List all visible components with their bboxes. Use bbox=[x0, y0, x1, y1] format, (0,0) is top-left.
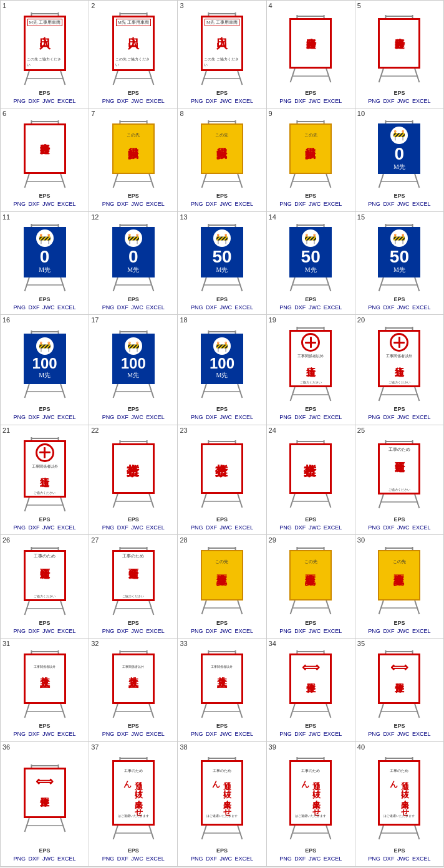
png-link[interactable]: PNG bbox=[191, 856, 203, 862]
jwc-link[interactable]: JWC bbox=[131, 856, 143, 862]
png-link[interactable]: PNG bbox=[191, 628, 203, 634]
dxf-link[interactable]: DXF bbox=[29, 628, 40, 634]
png-link[interactable]: PNG bbox=[191, 304, 203, 311]
dxf-link[interactable]: DXF bbox=[206, 304, 217, 311]
jwc-link[interactable]: JWC bbox=[42, 201, 55, 207]
excel-link[interactable]: EXCEL bbox=[57, 856, 76, 862]
dxf-link[interactable]: DXF bbox=[117, 524, 128, 531]
jwc-link[interactable]: JWC bbox=[309, 414, 321, 420]
dxf-link[interactable]: DXF bbox=[294, 731, 306, 737]
excel-link[interactable]: EXCEL bbox=[324, 628, 342, 634]
excel-link[interactable]: EXCEL bbox=[235, 856, 254, 862]
excel-link[interactable]: EXCEL bbox=[412, 628, 431, 634]
dxf-link[interactable]: DXF bbox=[294, 856, 306, 862]
excel-link[interactable]: EXCEL bbox=[146, 414, 165, 420]
excel-link[interactable]: EXCEL bbox=[146, 98, 165, 104]
dxf-link[interactable]: DXF bbox=[383, 414, 394, 420]
excel-link[interactable]: EXCEL bbox=[57, 414, 76, 420]
dxf-link[interactable]: DXF bbox=[294, 304, 306, 311]
png-link[interactable]: PNG bbox=[14, 628, 26, 634]
dxf-link[interactable]: DXF bbox=[117, 201, 128, 207]
jwc-link[interactable]: JWC bbox=[131, 201, 143, 207]
jwc-link[interactable]: JWC bbox=[220, 524, 233, 531]
jwc-link[interactable]: JWC bbox=[309, 201, 321, 207]
jwc-link[interactable]: JWC bbox=[220, 304, 233, 311]
png-link[interactable]: PNG bbox=[14, 414, 26, 420]
excel-link[interactable]: EXCEL bbox=[235, 98, 254, 104]
dxf-link[interactable]: DXF bbox=[383, 856, 394, 862]
jwc-link[interactable]: JWC bbox=[309, 731, 321, 737]
png-link[interactable]: PNG bbox=[191, 524, 203, 531]
excel-link[interactable]: EXCEL bbox=[412, 731, 431, 737]
excel-link[interactable]: EXCEL bbox=[235, 731, 254, 737]
jwc-link[interactable]: JWC bbox=[131, 731, 143, 737]
dxf-link[interactable]: DXF bbox=[294, 524, 306, 531]
dxf-link[interactable]: DXF bbox=[383, 98, 394, 104]
dxf-link[interactable]: DXF bbox=[29, 731, 40, 737]
jwc-link[interactable]: JWC bbox=[220, 98, 233, 104]
png-link[interactable]: PNG bbox=[14, 856, 26, 862]
excel-link[interactable]: EXCEL bbox=[146, 731, 165, 737]
dxf-link[interactable]: DXF bbox=[206, 98, 217, 104]
excel-link[interactable]: EXCEL bbox=[146, 304, 165, 311]
jwc-link[interactable]: JWC bbox=[220, 628, 233, 634]
excel-link[interactable]: EXCEL bbox=[146, 201, 165, 207]
dxf-link[interactable]: DXF bbox=[383, 731, 394, 737]
jwc-link[interactable]: JWC bbox=[397, 98, 410, 104]
excel-link[interactable]: EXCEL bbox=[235, 524, 254, 531]
excel-link[interactable]: EXCEL bbox=[324, 201, 342, 207]
jwc-link[interactable]: JWC bbox=[42, 524, 55, 531]
excel-link[interactable]: EXCEL bbox=[57, 524, 76, 531]
dxf-link[interactable]: DXF bbox=[29, 201, 40, 207]
dxf-link[interactable]: DXF bbox=[383, 304, 394, 311]
png-link[interactable]: PNG bbox=[368, 856, 380, 862]
excel-link[interactable]: EXCEL bbox=[57, 628, 76, 634]
excel-link[interactable]: EXCEL bbox=[235, 201, 254, 207]
excel-link[interactable]: EXCEL bbox=[324, 524, 342, 531]
png-link[interactable]: PNG bbox=[102, 628, 115, 634]
jwc-link[interactable]: JWC bbox=[220, 201, 233, 207]
jwc-link[interactable]: JWC bbox=[42, 856, 55, 862]
excel-link[interactable]: EXCEL bbox=[412, 98, 431, 104]
excel-link[interactable]: EXCEL bbox=[235, 304, 254, 311]
dxf-link[interactable]: DXF bbox=[29, 414, 40, 420]
png-link[interactable]: PNG bbox=[102, 201, 115, 207]
png-link[interactable]: PNG bbox=[102, 98, 115, 104]
dxf-link[interactable]: DXF bbox=[29, 98, 40, 104]
jwc-link[interactable]: JWC bbox=[397, 856, 410, 862]
dxf-link[interactable]: DXF bbox=[117, 628, 128, 634]
dxf-link[interactable]: DXF bbox=[206, 524, 217, 531]
dxf-link[interactable]: DXF bbox=[294, 628, 306, 634]
png-link[interactable]: PNG bbox=[279, 856, 292, 862]
jwc-link[interactable]: JWC bbox=[220, 856, 233, 862]
excel-link[interactable]: EXCEL bbox=[412, 304, 431, 311]
jwc-link[interactable]: JWC bbox=[397, 731, 410, 737]
dxf-link[interactable]: DXF bbox=[206, 731, 217, 737]
png-link[interactable]: PNG bbox=[102, 731, 115, 737]
png-link[interactable]: PNG bbox=[14, 524, 26, 531]
excel-link[interactable]: EXCEL bbox=[412, 201, 431, 207]
jwc-link[interactable]: JWC bbox=[42, 98, 55, 104]
jwc-link[interactable]: JWC bbox=[309, 304, 321, 311]
excel-link[interactable]: EXCEL bbox=[324, 98, 342, 104]
dxf-link[interactable]: DXF bbox=[29, 524, 40, 531]
jwc-link[interactable]: JWC bbox=[131, 524, 143, 531]
png-link[interactable]: PNG bbox=[279, 414, 292, 420]
jwc-link[interactable]: JWC bbox=[131, 98, 143, 104]
dxf-link[interactable]: DXF bbox=[117, 414, 128, 420]
jwc-link[interactable]: JWC bbox=[397, 414, 410, 420]
png-link[interactable]: PNG bbox=[279, 98, 292, 104]
dxf-link[interactable]: DXF bbox=[117, 304, 128, 311]
dxf-link[interactable]: DXF bbox=[206, 414, 217, 420]
excel-link[interactable]: EXCEL bbox=[324, 414, 342, 420]
dxf-link[interactable]: DXF bbox=[383, 524, 394, 531]
png-link[interactable]: PNG bbox=[102, 414, 115, 420]
jwc-link[interactable]: JWC bbox=[131, 414, 143, 420]
png-link[interactable]: PNG bbox=[14, 201, 26, 207]
png-link[interactable]: PNG bbox=[368, 304, 380, 311]
jwc-link[interactable]: JWC bbox=[309, 524, 321, 531]
jwc-link[interactable]: JWC bbox=[309, 98, 321, 104]
dxf-link[interactable]: DXF bbox=[117, 856, 128, 862]
jwc-link[interactable]: JWC bbox=[42, 304, 55, 311]
excel-link[interactable]: EXCEL bbox=[412, 414, 431, 420]
